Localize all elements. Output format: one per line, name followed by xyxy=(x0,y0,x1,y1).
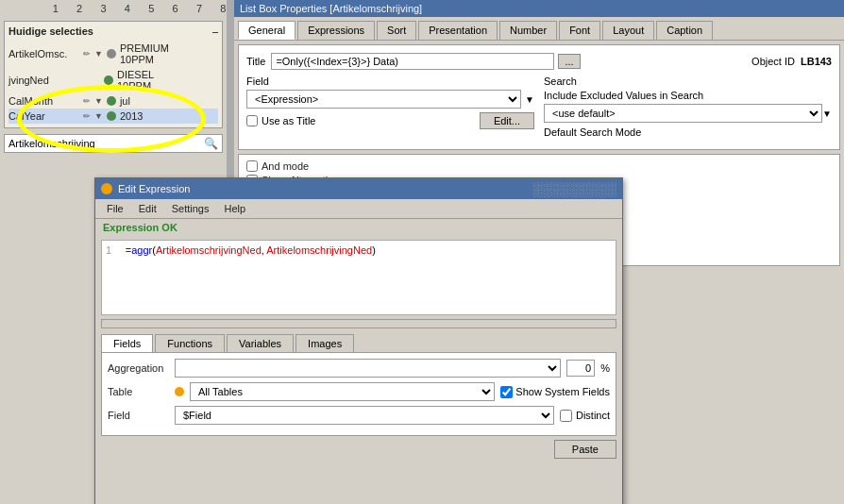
edit-button[interactable]: Edit... xyxy=(480,112,534,129)
search-section: Search Include Excluded Values in Search… xyxy=(544,76,832,138)
dialog-titlebar: List Box Properties [Artikelomschrijving… xyxy=(234,0,844,17)
edit-expr-icon xyxy=(101,183,112,194)
code-close-paren: ) xyxy=(372,244,376,256)
list-item: jvingNed DIESEL10PPM xyxy=(8,67,218,93)
ruler-6: 6 xyxy=(172,3,178,14)
expr-tab-functions[interactable]: Functions xyxy=(155,334,225,352)
show-sys-fields-checkbox[interactable] xyxy=(500,386,513,398)
menu-help[interactable]: Help xyxy=(218,201,251,216)
item-value: PREMIUM10PPM xyxy=(120,42,169,65)
field-dropdown-icon: ▼ xyxy=(525,94,534,105)
huidige-header: Huidige selecties – xyxy=(8,25,218,37)
ruler-8: 8 xyxy=(220,3,227,14)
tab-font[interactable]: Font xyxy=(559,21,600,40)
ruler-7: 7 xyxy=(195,3,202,14)
close-placeholder: ░░░░░░░░░ xyxy=(532,181,616,196)
show-sys-fields-label: Show System Fields xyxy=(515,386,610,397)
ruler-2: 2 xyxy=(76,3,82,14)
browse-button[interactable]: ... xyxy=(558,54,580,69)
aggregation-label: Aggregation xyxy=(108,362,169,374)
search-box: 🔍 xyxy=(4,134,223,153)
title-input-group: ... xyxy=(271,53,736,70)
pencil-icon[interactable]: ✏ xyxy=(83,111,91,121)
dropdown-icon[interactable]: ▼ xyxy=(94,49,103,59)
tab-expressions[interactable]: Expressions xyxy=(297,21,375,40)
percent-label: % xyxy=(600,362,610,374)
and-mode-label: And mode xyxy=(262,160,309,172)
menu-file[interactable]: File xyxy=(101,201,129,216)
table-label: Table xyxy=(108,386,169,397)
menu-settings[interactable]: Settings xyxy=(166,201,215,216)
menu-edit[interactable]: Edit xyxy=(133,201,162,216)
search-select[interactable]: <use default> xyxy=(544,104,822,123)
item-value: DIESEL10PPM xyxy=(117,69,154,92)
status-dot xyxy=(107,49,116,59)
table-select[interactable]: All Tables xyxy=(190,382,495,401)
field-label: Field xyxy=(246,76,534,87)
field-search-row: Field <Expression> ▼ Use as Title Edit..… xyxy=(246,76,832,138)
edit-expr-title: Edit Expression xyxy=(118,183,190,194)
tab-layout[interactable]: Layout xyxy=(602,21,654,40)
status-dot xyxy=(107,96,116,106)
aggregation-select[interactable] xyxy=(175,359,561,378)
field-select[interactable]: <Expression> xyxy=(246,90,521,109)
expr-code-area[interactable]: 1 =aggr(ArtikelomschrijvingNed, Artikelo… xyxy=(101,240,616,315)
ruler: 1 2 3 4 5 6 7 8 xyxy=(0,0,227,17)
list-item: CalMonth ✏ ▼ jul xyxy=(8,93,218,109)
aggregation-row: Aggregation 0 % xyxy=(108,359,610,378)
distinct-checkbox[interactable] xyxy=(560,410,572,422)
use-as-title-checkbox[interactable] xyxy=(246,115,258,126)
object-id-label: Object ID xyxy=(751,56,795,67)
field-row: <Expression> ▼ xyxy=(246,90,534,109)
title-input[interactable] xyxy=(271,53,554,70)
edit-expr-titlebar: Edit Expression ░░░░░░░░░ xyxy=(95,178,622,199)
search-icon[interactable]: 🔍 xyxy=(204,137,218,150)
expr-tab-variables[interactable]: Variables xyxy=(227,334,294,352)
dropdown-icon[interactable]: ▼ xyxy=(94,111,103,121)
tab-caption[interactable]: Caption xyxy=(656,21,713,40)
pencil-icon[interactable]: ✏ xyxy=(83,49,91,59)
item-label: CalMonth xyxy=(8,95,79,107)
cb-and-mode: And mode xyxy=(246,160,832,172)
tab-number[interactable]: Number xyxy=(499,21,557,40)
expr-horizontal-scrollbar[interactable] xyxy=(101,319,616,328)
title-section: Title ... Object ID LB143 xyxy=(246,53,832,70)
paste-button[interactable]: Paste xyxy=(554,440,616,459)
edit-expr-menubar: File Edit Settings Help xyxy=(95,199,622,219)
expr-tab-images[interactable]: Images xyxy=(295,334,354,352)
ruler-3: 3 xyxy=(100,3,107,14)
field-select[interactable]: $Field xyxy=(175,406,554,425)
title-form-label: Title xyxy=(246,56,265,67)
pencil-icon[interactable]: ✏ xyxy=(83,96,91,106)
item-value: 2013 xyxy=(120,110,143,122)
tab-general[interactable]: General xyxy=(238,21,295,40)
expr-status: Expression OK xyxy=(95,219,622,236)
search-input[interactable] xyxy=(8,138,200,149)
code-arg1: ArtikelomschrijvingNed xyxy=(156,244,262,256)
table-dot xyxy=(175,387,184,396)
huidige-title: Huidige selecties xyxy=(8,25,93,37)
use-as-title-row: Use as Title Edit... xyxy=(246,112,534,129)
item-label: jvingNed xyxy=(8,75,79,86)
ruler-5: 5 xyxy=(148,3,155,14)
code-arg2: ArtikelomschrijvingNed xyxy=(266,244,372,256)
distinct-label: Distinct xyxy=(576,410,610,421)
use-as-title-label: Use as Title xyxy=(262,115,315,126)
huidige-close-button[interactable]: – xyxy=(212,25,218,37)
and-mode-checkbox[interactable] xyxy=(246,160,258,172)
line-number: 1 xyxy=(106,244,111,256)
tab-sort[interactable]: Sort xyxy=(377,21,416,40)
include-label: Include Excluded Values in Search xyxy=(544,90,832,101)
list-item: CalYear ✏ ▼ 2013 xyxy=(8,109,218,124)
tab-presentation[interactable]: Presentation xyxy=(418,21,498,40)
dropdown-icon[interactable]: ▼ xyxy=(94,96,103,106)
expr-tab-fields[interactable]: Fields xyxy=(101,334,153,352)
expr-bottom-content: Aggregation 0 % Table All Tables Show Sy… xyxy=(101,352,616,436)
general-content: Title ... Object ID LB143 Field <Express… xyxy=(238,44,840,150)
code-text: =aggr(ArtikelomschrijvingNed, Artikeloms… xyxy=(126,244,376,256)
search-select-row: <use default> ▼ xyxy=(544,104,832,123)
ruler-4: 4 xyxy=(124,3,130,14)
status-dot xyxy=(107,111,116,121)
tabs-bar: General Expressions Sort Presentation Nu… xyxy=(234,17,844,41)
percent-input[interactable]: 0 xyxy=(566,360,595,377)
